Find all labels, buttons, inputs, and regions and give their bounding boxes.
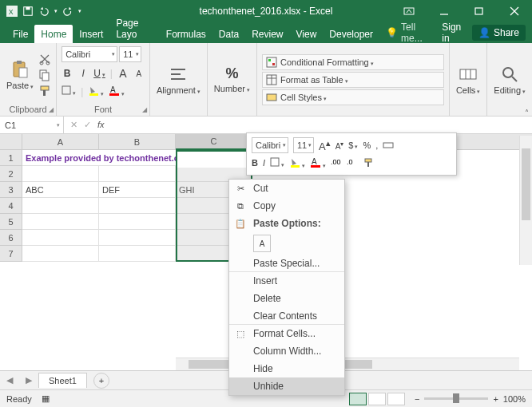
row-header[interactable]: 4 (0, 198, 22, 214)
normal-view-icon[interactable] (349, 393, 367, 405)
undo-dropdown-icon[interactable]: ▾ (54, 8, 58, 14)
maximize-icon[interactable] (462, 0, 497, 22)
mini-font-size[interactable]: 11 (293, 137, 314, 153)
font-launcher-icon[interactable]: ◢ (142, 106, 147, 113)
tab-data[interactable]: Data (212, 25, 245, 43)
fill-color-icon[interactable] (88, 85, 104, 98)
underline-button[interactable]: U (93, 68, 105, 79)
tab-view[interactable]: View (290, 25, 324, 43)
ctx-cut[interactable]: ✂Cut (229, 180, 344, 197)
tab-file[interactable]: File (6, 25, 34, 43)
format-painter-icon[interactable] (38, 85, 51, 97)
close-icon[interactable] (497, 0, 532, 22)
mini-shrink-font-icon[interactable]: A▾ (335, 140, 344, 151)
ribbon-display-icon[interactable] (391, 0, 427, 22)
col-header-a[interactable]: A (22, 134, 99, 149)
alignment-button[interactable]: Alignment (155, 63, 202, 97)
select-all-corner[interactable] (0, 134, 22, 149)
ctx-insert[interactable]: Insert (229, 272, 344, 290)
undo-icon[interactable] (38, 6, 50, 17)
mini-bold-button[interactable]: B (252, 158, 258, 168)
mini-italic-button[interactable]: I (263, 158, 265, 168)
ctx-clear-contents[interactable]: Clear Contents (229, 307, 344, 325)
macro-record-icon[interactable]: ▦ (42, 393, 50, 404)
ctx-hide[interactable]: Hide (229, 360, 344, 377)
row-header[interactable]: 3 (0, 182, 22, 198)
conditional-formatting-button[interactable]: Conditional Formatting (262, 54, 444, 70)
number-button[interactable]: % Number (212, 64, 252, 95)
zoom-out-button[interactable]: − (415, 394, 419, 404)
cell[interactable] (22, 246, 99, 262)
sign-in[interactable]: Sign in (435, 22, 472, 43)
clipboard-launcher-icon[interactable]: ◢ (49, 106, 54, 113)
cell[interactable] (22, 198, 99, 214)
col-header-b[interactable]: B (99, 134, 176, 149)
mini-font-name[interactable]: Calibri (252, 137, 288, 153)
sheet-nav-next-icon[interactable]: ▶ (19, 375, 38, 385)
name-box[interactable]: C1 (0, 117, 64, 133)
cells-button[interactable]: Cells (455, 63, 482, 97)
grow-font-icon[interactable]: A (117, 67, 129, 80)
mini-comma-icon[interactable]: , (375, 140, 378, 150)
italic-button[interactable]: I (77, 68, 89, 79)
cell[interactable] (22, 214, 99, 230)
format-as-table-button[interactable]: Format as Table (262, 72, 444, 88)
ctx-paste-special[interactable]: Paste Special... (229, 255, 344, 272)
row-header[interactable]: 6 (0, 230, 22, 246)
shrink-font-icon[interactable]: A (133, 69, 145, 78)
row-header[interactable]: 7 (0, 246, 22, 262)
accept-formula-icon[interactable]: ✓ (84, 120, 91, 130)
new-sheet-button[interactable]: + (93, 373, 109, 389)
zoom-slider[interactable] (424, 397, 488, 400)
sheet-nav-prev-icon[interactable]: ◀ (0, 375, 19, 385)
font-size-combo[interactable]: 11 (119, 46, 141, 62)
page-layout-view-icon[interactable] (368, 393, 386, 405)
minimize-icon[interactable] (427, 0, 462, 22)
ctx-unhide[interactable]: Unhide (229, 377, 344, 395)
ctx-copy[interactable]: ⧉Copy (229, 197, 344, 215)
qat-customize-icon[interactable]: ▾ (78, 8, 81, 14)
cell-a3[interactable]: ABC (22, 182, 99, 198)
cell[interactable] (22, 166, 99, 182)
paste-button[interactable]: Paste (5, 58, 35, 92)
row-header[interactable]: 1 (0, 150, 22, 166)
mini-font-color-icon[interactable]: A (310, 156, 326, 169)
col-header-c[interactable]: C (176, 134, 252, 150)
ctx-delete[interactable]: Delete (229, 290, 344, 307)
cell-a1[interactable]: Example provided by techonthenet.com (22, 150, 252, 166)
cell-b3[interactable]: DEF (99, 182, 176, 198)
mini-decrease-decimal-icon[interactable]: .00 (331, 156, 342, 169)
font-name-combo[interactable]: Calibri (62, 46, 117, 62)
tell-me[interactable]: 💡Tell me... (379, 22, 435, 43)
tab-home[interactable]: Home (34, 25, 73, 43)
tab-developer[interactable]: Developer (323, 25, 379, 43)
redo-icon[interactable] (62, 6, 73, 17)
copy-icon[interactable] (38, 69, 51, 81)
row-header[interactable]: 2 (0, 166, 22, 182)
mini-format-painter-icon[interactable] (363, 157, 374, 168)
borders-icon[interactable] (62, 85, 76, 97)
font-color-icon[interactable]: A (109, 85, 125, 98)
cell[interactable] (99, 214, 176, 230)
zoom-in-button[interactable]: + (493, 394, 498, 404)
bold-button[interactable]: B (62, 68, 73, 79)
tab-review[interactable]: Review (245, 25, 289, 43)
sheet-tab[interactable]: Sheet1 (38, 373, 87, 388)
ctx-column-width[interactable]: Column Width... (229, 342, 344, 360)
horizontal-scrollbar[interactable] (176, 358, 519, 370)
share-button[interactable]: 👤Share (472, 25, 526, 41)
mini-borders-icon[interactable] (270, 157, 284, 168)
cell[interactable] (22, 230, 99, 246)
mini-increase-decimal-icon[interactable]: .0 (347, 156, 358, 169)
cut-icon[interactable] (38, 53, 51, 65)
tab-page-layout[interactable]: Page Layo (109, 14, 159, 43)
mini-grow-font-icon[interactable]: A▴ (319, 138, 331, 152)
zoom-level[interactable]: 100% (503, 394, 526, 404)
mini-percent-icon[interactable]: % (363, 140, 371, 150)
page-break-view-icon[interactable] (387, 393, 405, 405)
collapse-ribbon-icon[interactable]: ˄ (525, 109, 529, 117)
mini-currency-icon[interactable]: $ (348, 140, 358, 150)
cell[interactable] (99, 198, 176, 214)
mini-fill-color-icon[interactable] (289, 156, 305, 169)
mini-merge-icon[interactable] (383, 140, 394, 151)
